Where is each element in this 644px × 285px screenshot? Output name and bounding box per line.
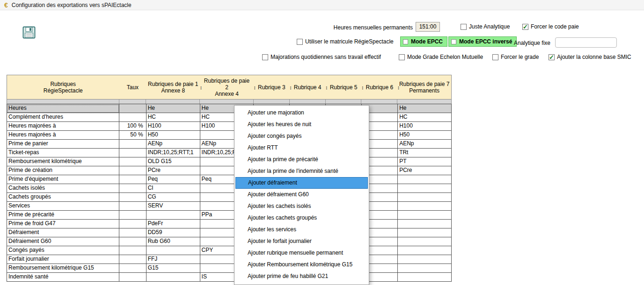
table-row[interactable]: Prime de panierAENpAENpAENp [7,140,452,149]
context-menu-item[interactable]: Ajouter la prime de l'indemnité santé [234,165,369,177]
table-cell[interactable] [119,184,146,193]
table-cell[interactable]: Cachets isolés [7,184,119,193]
utiliser-matricule-checkbox[interactable]: Utiliser le matricule RégieSpectacle [297,38,394,45]
table-cell[interactable]: Prime de panier [7,140,119,149]
table-cell[interactable]: Services [7,202,119,211]
column-header[interactable]: Rubrique 6↕ [361,75,397,99]
table-row[interactable]: Complément d'heuresHCHCHC [7,113,452,122]
table-cell[interactable] [119,202,146,211]
table-row[interactable]: Prime de précaritéPPa [7,211,452,220]
subheader-cell[interactable] [119,100,146,104]
table-cell[interactable]: TRt [398,149,452,157]
context-menu-item[interactable]: Ajouter une majoration [234,107,369,119]
table-row[interactable]: Prime de froid G47PdeFr [7,220,452,228]
epcc-inverse-checkbox[interactable] [451,39,456,44]
table-cell[interactable] [398,246,452,255]
majorations-quotidiennes-checkbox[interactable]: Majorations quotidiennes sans travail ef… [262,53,381,61]
table-cell[interactable]: PCre [146,166,200,175]
table-row[interactable]: Prime d'équipementPeqPeq [7,175,452,184]
table-cell[interactable]: CG [146,193,200,202]
table-cell[interactable] [119,157,146,166]
table-cell[interactable] [119,228,146,237]
context-menu-item[interactable]: Ajouter les cachets isolés [234,200,369,212]
table-cell[interactable] [119,104,146,113]
column-header[interactable]: Rubriques de paie 7 Permanents [397,75,451,99]
analytique-fixe-input[interactable] [555,37,617,48]
table-cell[interactable]: Prime de froid G47 [7,220,119,228]
subheader-cell[interactable] [361,100,397,104]
table-cell[interactable] [119,211,146,220]
table-row[interactable]: DéfraiementDD59 [7,228,452,237]
column-header[interactable]: Rubrique 3↕ [254,75,290,99]
table-cell[interactable] [119,193,146,202]
context-menu-item[interactable]: Ajouter RTT [234,142,369,154]
table-cell[interactable]: PCre [398,166,452,175]
heures-mensuelles-input[interactable]: 151:00 [416,22,440,32]
table-cell[interactable]: Prime de création [7,166,119,175]
table-cell[interactable]: AENp [398,140,452,149]
context-menu-item[interactable]: Ajouter prime de feu habillé G21 [234,271,369,282]
table-cell[interactable]: Ticket-repas [7,149,119,157]
column-header[interactable]: Rubrique 4↕ [290,75,326,99]
table-cell[interactable] [119,113,146,122]
table-cell[interactable]: Peq [146,175,200,184]
mode-grade-echelon-checkbox[interactable]: Mode Grade Echelon Mutuelle [399,53,483,61]
subheader-cell[interactable] [146,100,200,104]
table-row[interactable]: Forfait journalierFFJ [7,255,452,264]
table-row[interactable]: HeuresHeHeHe [7,104,452,113]
forcer-code-paie-checkbox[interactable]: ✓ Forcer le code paie [522,23,579,30]
mode-epcc-inverse-button[interactable]: Mode EPCC inversé [448,36,517,47]
table-cell[interactable]: FFJ [146,255,200,264]
table-cell[interactable]: SERV [146,202,200,211]
table-cell[interactable]: INDR;10,25;RTT;1 [146,149,200,157]
table-cell[interactable]: Indemnité santé [7,273,119,282]
subheader-cell[interactable] [7,100,119,104]
table-cell[interactable]: 100 % [119,122,146,131]
table-cell[interactable] [146,211,200,220]
table-row[interactable]: Heures majorées à50 %H50H50 [7,131,452,140]
table-cell[interactable] [398,237,452,246]
context-menu-item[interactable]: Ajouter la prime de précarité [234,154,369,165]
table-cell[interactable]: Complément d'heures [7,113,119,122]
sort-arrows-icon[interactable]: ↕ [361,85,364,90]
table-cell[interactable] [119,175,146,184]
column-header[interactable]: Rubriques de paie 1 Annexe 8↕ [146,75,200,99]
table-row[interactable]: Défraiement G60Rub G60 [7,237,452,246]
table-cell[interactable]: 50 % [119,131,146,140]
table-cell[interactable] [398,211,452,220]
table-cell[interactable]: Défraiement [7,228,119,237]
sort-arrows-icon[interactable]: ↕ [325,85,328,90]
context-menu-item[interactable]: Ajouter le forfait journalier [234,235,369,247]
table-cell[interactable]: He [146,104,200,113]
subheader-cell[interactable] [397,100,451,104]
sort-arrows-icon[interactable]: ↕ [289,85,292,90]
table-cell[interactable] [398,255,452,264]
table-row[interactable]: Remboursement kilométriqueOLD G15PT [7,157,452,166]
sort-arrows-icon[interactable]: ↕ [253,85,256,90]
table-row[interactable]: Remboursement kilométrique G15G15 [7,264,452,273]
table-row[interactable]: Heures majorées à100 %H100H100H100 [7,122,452,131]
subheader-cell[interactable] [290,100,326,104]
table-cell[interactable]: AENp [146,140,200,149]
table-cell[interactable] [146,273,200,282]
table-cell[interactable]: Cachets groupés [7,193,119,202]
table-cell[interactable] [398,202,452,211]
ajouter-colonne-smic-checkbox[interactable]: ✓ Ajouter la colonne base SMIC [549,53,631,61]
table-cell[interactable]: H100 [398,122,452,131]
column-header[interactable]: Rubriques de paie 2 Annexe 4↕ [200,75,254,99]
table-row[interactable]: Prime de créationPCrePCre [7,166,452,175]
column-header[interactable]: Rubriques RégieSpectacle [7,75,119,99]
sort-arrows-icon[interactable]: ↕ [397,85,400,90]
mode-epcc-button[interactable]: Mode EPCC [400,36,447,47]
table-cell[interactable]: Heures majorées à [7,122,119,131]
table-cell[interactable]: Prime de précarité [7,211,119,220]
table-cell[interactable] [119,246,146,255]
table-cell[interactable]: H50 [398,131,452,140]
table-row[interactable]: Cachets isolésCI [7,184,452,193]
table-cell[interactable]: HC [146,113,200,122]
table-cell[interactable]: Heures majorées à [7,131,119,140]
table-cell[interactable]: Défraiement G60 [7,237,119,246]
table-cell[interactable]: PdeFr [146,220,200,228]
table-cell[interactable]: OLD G15 [146,157,200,166]
table-row[interactable]: ServicesSERV [7,202,452,211]
